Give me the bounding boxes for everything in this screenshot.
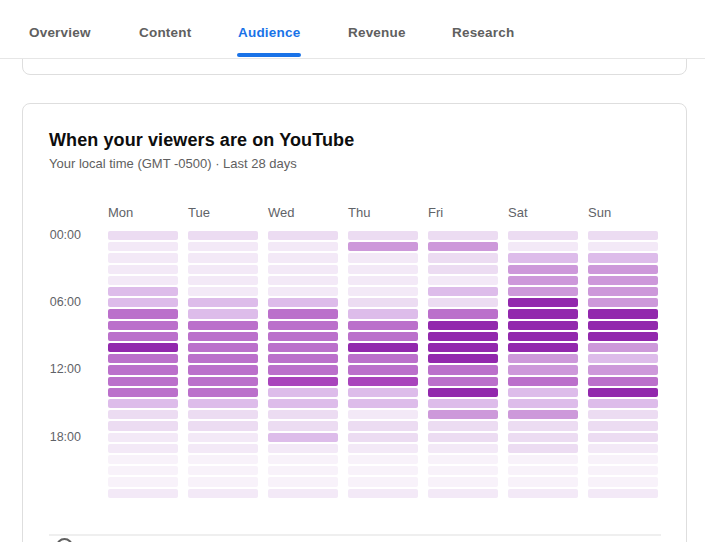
heatmap-cell-sat-10[interactable] (508, 343, 578, 352)
heatmap-cell-mon-4[interactable] (108, 276, 178, 285)
heatmap-cell-fri-20[interactable] (428, 455, 498, 464)
heatmap-cell-wed-0[interactable] (268, 231, 338, 240)
heatmap-cell-sat-8[interactable] (508, 321, 578, 330)
heatmap-cell-sun-5[interactable] (588, 287, 658, 296)
heatmap-cell-sun-9[interactable] (588, 332, 658, 341)
heatmap-cell-thu-19[interactable] (348, 444, 418, 453)
heatmap-cell-sat-15[interactable] (508, 399, 578, 408)
heatmap-cell-mon-7[interactable] (108, 309, 178, 318)
heatmap-cell-tue-5[interactable] (188, 287, 258, 296)
heatmap-cell-fri-12[interactable] (428, 365, 498, 374)
heatmap-cell-sun-7[interactable] (588, 309, 658, 318)
heatmap-cell-thu-20[interactable] (348, 455, 418, 464)
heatmap-cell-wed-15[interactable] (268, 399, 338, 408)
heatmap-cell-fri-0[interactable] (428, 231, 498, 240)
heatmap-cell-tue-7[interactable] (188, 309, 258, 318)
heatmap-cell-mon-17[interactable] (108, 421, 178, 430)
heatmap-cell-tue-2[interactable] (188, 253, 258, 262)
heatmap-cell-fri-1[interactable] (428, 242, 498, 251)
heatmap-cell-tue-17[interactable] (188, 421, 258, 430)
heatmap-cell-thu-8[interactable] (348, 321, 418, 330)
heatmap-cell-sun-22[interactable] (588, 477, 658, 486)
heatmap-cell-fri-19[interactable] (428, 444, 498, 453)
heatmap-cell-fri-18[interactable] (428, 433, 498, 442)
heatmap-cell-fri-13[interactable] (428, 377, 498, 386)
heatmap-cell-wed-12[interactable] (268, 365, 338, 374)
heatmap-cell-wed-21[interactable] (268, 466, 338, 475)
heatmap-cell-sun-11[interactable] (588, 354, 658, 363)
heatmap-cell-tue-0[interactable] (188, 231, 258, 240)
heatmap-cell-sun-18[interactable] (588, 433, 658, 442)
heatmap-cell-thu-7[interactable] (348, 309, 418, 318)
tab-audience[interactable]: Audience (238, 25, 300, 40)
heatmap-cell-wed-16[interactable] (268, 410, 338, 419)
heatmap-cell-sat-21[interactable] (508, 466, 578, 475)
heatmap-cell-wed-3[interactable] (268, 265, 338, 274)
heatmap-cell-mon-10[interactable] (108, 343, 178, 352)
heatmap-cell-mon-19[interactable] (108, 444, 178, 453)
heatmap-cell-sat-12[interactable] (508, 365, 578, 374)
heatmap-cell-thu-4[interactable] (348, 276, 418, 285)
heatmap-cell-tue-13[interactable] (188, 377, 258, 386)
heatmap-cell-thu-13[interactable] (348, 377, 418, 386)
heatmap-cell-wed-9[interactable] (268, 332, 338, 341)
heatmap-cell-thu-1[interactable] (348, 242, 418, 251)
tab-revenue[interactable]: Revenue (348, 25, 406, 40)
heatmap-cell-tue-11[interactable] (188, 354, 258, 363)
heatmap-cell-fri-9[interactable] (428, 332, 498, 341)
heatmap-cell-fri-22[interactable] (428, 477, 498, 486)
heatmap-cell-thu-0[interactable] (348, 231, 418, 240)
heatmap-cell-wed-20[interactable] (268, 455, 338, 464)
heatmap-cell-sat-16[interactable] (508, 410, 578, 419)
heatmap-cell-wed-4[interactable] (268, 276, 338, 285)
heatmap-cell-fri-8[interactable] (428, 321, 498, 330)
heatmap-cell-tue-12[interactable] (188, 365, 258, 374)
heatmap-cell-mon-5[interactable] (108, 287, 178, 296)
heatmap-cell-thu-3[interactable] (348, 265, 418, 274)
heatmap-cell-tue-9[interactable] (188, 332, 258, 341)
heatmap-cell-sat-23[interactable] (508, 489, 578, 498)
heatmap-cell-tue-8[interactable] (188, 321, 258, 330)
heatmap-cell-sun-17[interactable] (588, 421, 658, 430)
heatmap-cell-mon-8[interactable] (108, 321, 178, 330)
heatmap-cell-wed-14[interactable] (268, 388, 338, 397)
heatmap-cell-sat-9[interactable] (508, 332, 578, 341)
heatmap-cell-wed-5[interactable] (268, 287, 338, 296)
heatmap-cell-thu-17[interactable] (348, 421, 418, 430)
heatmap-cell-sat-22[interactable] (508, 477, 578, 486)
heatmap-cell-wed-23[interactable] (268, 489, 338, 498)
heatmap-cell-wed-10[interactable] (268, 343, 338, 352)
heatmap-cell-wed-1[interactable] (268, 242, 338, 251)
heatmap-cell-sat-19[interactable] (508, 444, 578, 453)
heatmap-cell-mon-0[interactable] (108, 231, 178, 240)
heatmap-cell-fri-10[interactable] (428, 343, 498, 352)
heatmap-cell-sun-19[interactable] (588, 444, 658, 453)
heatmap-cell-tue-14[interactable] (188, 388, 258, 397)
heatmap-cell-sun-1[interactable] (588, 242, 658, 251)
heatmap-cell-mon-3[interactable] (108, 265, 178, 274)
heatmap-cell-mon-11[interactable] (108, 354, 178, 363)
heatmap-cell-tue-19[interactable] (188, 444, 258, 453)
heatmap-cell-sun-14[interactable] (588, 388, 658, 397)
heatmap-cell-sun-12[interactable] (588, 365, 658, 374)
heatmap-cell-sun-3[interactable] (588, 265, 658, 274)
heatmap-cell-fri-11[interactable] (428, 354, 498, 363)
heatmap-cell-tue-20[interactable] (188, 455, 258, 464)
heatmap-cell-mon-20[interactable] (108, 455, 178, 464)
heatmap-cell-mon-18[interactable] (108, 433, 178, 442)
heatmap-cell-sat-2[interactable] (508, 253, 578, 262)
heatmap-cell-thu-14[interactable] (348, 388, 418, 397)
heatmap-cell-fri-2[interactable] (428, 253, 498, 262)
heatmap-cell-fri-14[interactable] (428, 388, 498, 397)
heatmap-cell-sat-6[interactable] (508, 298, 578, 307)
heatmap-cell-tue-23[interactable] (188, 489, 258, 498)
heatmap-cell-sun-21[interactable] (588, 466, 658, 475)
heatmap-cell-sat-7[interactable] (508, 309, 578, 318)
heatmap-cell-sat-20[interactable] (508, 455, 578, 464)
heatmap-cell-fri-4[interactable] (428, 276, 498, 285)
heatmap-cell-tue-22[interactable] (188, 477, 258, 486)
heatmap-cell-sat-18[interactable] (508, 433, 578, 442)
tab-content[interactable]: Content (139, 25, 191, 40)
heatmap-cell-fri-16[interactable] (428, 410, 498, 419)
heatmap-cell-sat-14[interactable] (508, 388, 578, 397)
